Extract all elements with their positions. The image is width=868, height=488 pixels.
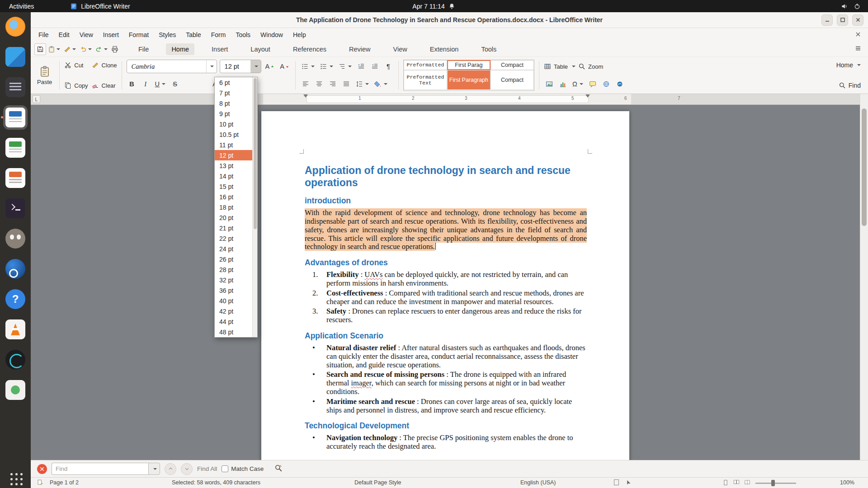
menu-format[interactable]: Format [124,29,154,40]
print-button[interactable] [109,43,120,55]
tab-references[interactable]: References [288,43,332,55]
dropdown-scrollbar[interactable] [252,77,257,337]
font-size-option[interactable]: 16 pt [215,192,257,202]
libreoffice-calc-icon[interactable] [5,138,25,158]
menu-table[interactable]: Table [181,29,206,40]
bullet-item-3[interactable]: • Maritime search and rescue : Drones ca… [312,398,587,415]
insert-chart-button[interactable] [557,78,568,90]
help-icon[interactable] [5,289,25,309]
dark-app-icon[interactable] [5,350,25,370]
insert-hyperlink-button[interactable] [601,78,612,90]
align-left-button[interactable] [300,78,311,90]
style-first-paragraph-selected[interactable]: First Paragraph [447,70,491,90]
text-editor-icon[interactable] [5,77,25,97]
style-compact[interactable]: Compact [491,70,534,90]
italic-button[interactable]: I [140,78,151,90]
bullet-item-2[interactable]: • Search and rescue of missing persons :… [312,371,587,396]
increase-indent-button[interactable] [356,61,367,72]
tab-file[interactable]: File [133,43,154,55]
clear-formatting-button[interactable]: Clear [92,80,117,91]
word-count[interactable]: Selected: 58 words, 409 characters [172,479,260,486]
notebookbar-menu-button[interactable] [854,45,868,53]
style-preformatted-text[interactable]: Preformatted Text [404,70,447,90]
selection-mode-indicator[interactable] [626,479,632,487]
style-preview-compact[interactable]: Compact [491,60,534,70]
paste-button[interactable]: Paste [34,60,55,91]
style-preview-preformatted[interactable]: Preformatted [404,60,447,70]
tab-home[interactable]: Home [166,43,194,55]
font-size-option[interactable]: 9 pt [215,108,257,119]
font-name-dropdown-arrow[interactable] [206,60,217,73]
font-size-option[interactable]: 10 pt [215,119,257,129]
libreoffice-impress-icon[interactable] [5,168,25,188]
page-style[interactable]: Default Page Style [354,479,401,486]
font-size-option[interactable]: 20 pt [215,212,257,223]
show-draw-functions-button[interactable] [614,78,625,90]
insert-image-button[interactable] [544,78,555,90]
clock[interactable]: Apr 7 11:14 [412,3,455,10]
document-page[interactable]: Application of drone technology in searc… [261,111,629,460]
heading-advantages[interactable]: Advantages of drones [305,258,587,267]
align-center-button[interactable] [314,78,325,90]
find-toolbar-button[interactable]: Find [839,80,861,91]
menu-styles[interactable]: Styles [154,29,181,40]
font-size-option[interactable]: 22 pt [215,233,257,244]
clone-formatting-quick-button[interactable] [62,43,78,55]
focused-app[interactable]: LibreOffice Writer [70,3,130,10]
horizontal-ruler[interactable]: L 1 2 3 4 5 6 7 [31,94,860,105]
insert-mode-indicator[interactable] [614,479,619,487]
paste-quick-button[interactable] [46,43,62,55]
vscode-icon[interactable] [5,47,25,67]
tab-stop-selector[interactable]: L [33,95,40,103]
document-title[interactable]: Application of drone technology in searc… [305,164,587,189]
table-button[interactable]: Table [544,61,576,72]
terminal-icon[interactable] [5,198,25,218]
firefox-icon[interactable] [5,17,25,37]
bold-button[interactable]: B [127,78,137,90]
find-next-button[interactable] [181,463,193,475]
decrease-indent-button[interactable] [369,61,380,72]
document-canvas[interactable]: Application of drone technology in searc… [31,105,860,460]
font-size-option[interactable]: 32 pt [215,275,257,285]
activities-button[interactable]: Activities [0,3,43,10]
find-all-button[interactable]: Find All [197,465,217,472]
bullet-item-1[interactable]: • Natural disaster relief : After natura… [312,344,587,369]
numbered-list-button[interactable] [319,61,335,72]
page-count[interactable]: Page 1 of 2 [50,479,79,486]
close-document-button[interactable] [854,31,868,39]
find-history-dropdown[interactable] [148,463,160,475]
match-case-control[interactable]: Match Case [222,465,264,472]
font-size-option[interactable]: 44 pt [215,316,257,327]
menu-form[interactable]: Form [206,29,231,40]
menu-view[interactable]: View [75,29,98,40]
menu-window[interactable]: Window [255,29,288,40]
steam-icon[interactable] [5,259,25,279]
heading-technological-development[interactable]: Technological Development [305,421,587,431]
close-find-bar-button[interactable] [37,464,47,474]
multi-page-view-button[interactable] [733,479,740,487]
shrink-font-button[interactable]: A [278,61,291,72]
tab-layout[interactable]: Layout [245,43,276,55]
font-size-option[interactable]: 10.5 pt [215,129,257,140]
clone-formatting-button[interactable]: Clone [92,60,117,70]
menu-tools[interactable]: Tools [231,29,255,40]
menu-file[interactable]: File [33,29,54,40]
tab-review[interactable]: Review [344,43,376,55]
menu-insert[interactable]: Insert [98,29,124,40]
document-changed-icon[interactable] [37,479,43,487]
tab-extension[interactable]: Extension [425,43,464,55]
style-preview-first-paragraph[interactable]: First Parag [447,60,491,70]
tab-view[interactable]: View [388,43,413,55]
font-size-option[interactable]: 48 pt [215,327,257,337]
zoom-percentage[interactable]: 100% [840,479,854,486]
justify-button[interactable] [341,78,352,90]
find-previous-button[interactable] [165,463,176,475]
numbered-item-3[interactable]: 3. Safety : Drones can replace rescuers … [312,307,587,324]
text-language[interactable]: English (USA) [520,479,556,486]
special-character-button[interactable]: Ω [571,78,585,90]
gimp-icon[interactable] [5,229,25,249]
font-size-option[interactable]: 18 pt [215,202,257,212]
font-size-option[interactable]: 36 pt [215,285,257,296]
window-titlebar[interactable]: The Application of Drone Technology in S… [31,12,868,28]
font-size-option[interactable]: 11 pt [215,140,257,150]
